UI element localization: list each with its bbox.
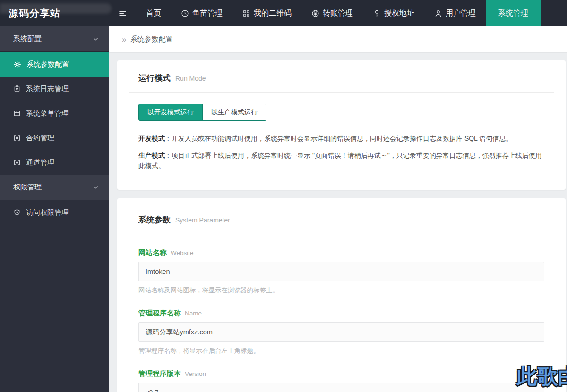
topnav-item-label: 转账管理 bbox=[323, 9, 353, 18]
sidebar-group-system-config[interactable]: 系统配置 bbox=[0, 26, 109, 52]
gear-icon bbox=[13, 60, 21, 68]
top-navigation: 首页 鱼苗管理 我的二维码 转账管理 授权地址 bbox=[136, 0, 567, 26]
field-sublabel: Name bbox=[185, 310, 202, 317]
sidebar-item-access-permission[interactable]: 访问权限管理 bbox=[0, 200, 109, 225]
topnav-item-label: 系统管理 bbox=[498, 9, 528, 18]
chevron-down-icon bbox=[92, 184, 99, 191]
breadcrumb: » 系统参数配置 bbox=[109, 26, 567, 53]
sidebar-item-label: 系统日志管理 bbox=[26, 85, 69, 94]
channel-brackets-icon bbox=[13, 159, 21, 166]
sidebar-item-label: 系统菜单管理 bbox=[26, 109, 69, 118]
topnav-home[interactable]: 首页 bbox=[136, 0, 171, 26]
topnav-item-label: 用户管理 bbox=[446, 9, 476, 18]
field-hint: 管理程序名称，将显示在后台左上角标题。 bbox=[138, 347, 544, 355]
sidebar-item-contract-management[interactable]: 合约管理 bbox=[0, 126, 109, 150]
run-mode-button-group: 以开发模式运行 以生产模式运行 bbox=[138, 104, 266, 121]
qr-code-icon bbox=[242, 9, 250, 17]
menu-toggle-icon bbox=[118, 9, 127, 18]
dev-mode-note: 开发模式：开发人员或在功能调试时使用，系统异常时会显示详细的错误信息，同时还会记… bbox=[138, 133, 544, 144]
topnav-item-label: 首页 bbox=[146, 9, 161, 18]
sidebar-item-label: 访问权限管理 bbox=[26, 208, 69, 217]
note-term: 生产模式 bbox=[138, 152, 165, 159]
card-title: 运行模式 bbox=[138, 73, 171, 84]
window-icon bbox=[13, 110, 21, 117]
app-title: 源码分享站 bbox=[9, 7, 60, 20]
yen-circle-icon bbox=[311, 9, 319, 17]
breadcrumb-label: 系统参数配置 bbox=[130, 35, 172, 44]
note-text: ：开发人员或在功能调试时使用，系统异常时会显示详细的错误信息，同时还会记录操作日… bbox=[165, 135, 512, 142]
sidebar-item-label: 通道管理 bbox=[26, 158, 54, 167]
main-area: » 系统参数配置 运行模式 Run Mode 以开发模式运行 以生产模式运行 开… bbox=[109, 26, 567, 392]
sidebar-item-system-log[interactable]: 系统日志管理 bbox=[0, 77, 109, 101]
website-name-input[interactable] bbox=[138, 262, 544, 281]
prod-mode-note: 生产模式：项目正式部署上线后使用，系统异常时统一显示 "页面错误！请稍后再试～"… bbox=[138, 150, 544, 171]
note-term: 开发模式 bbox=[138, 135, 165, 142]
topnav-item-label: 授权地址 bbox=[384, 9, 414, 18]
field-sublabel: Version bbox=[185, 370, 206, 377]
prod-mode-button[interactable]: 以生产模式运行 bbox=[202, 104, 266, 120]
website-name-field: 网站名称 Website 网站名称及网站图标，将显示在浏览器的标签上。 bbox=[138, 248, 544, 295]
topnav-fry-management[interactable]: 鱼苗管理 bbox=[171, 0, 232, 26]
sidebar-item-label: 系统参数配置 bbox=[26, 60, 69, 69]
topnav-item-label: 我的二维码 bbox=[254, 9, 292, 18]
admin-name-input[interactable] bbox=[138, 322, 544, 342]
app-logo: 源码分享站 bbox=[0, 0, 109, 26]
sidebar-item-label: 合约管理 bbox=[26, 134, 54, 143]
topnav-system-management[interactable]: 系统管理 bbox=[486, 0, 541, 26]
sidebar-item-system-menu[interactable]: 系统菜单管理 bbox=[0, 101, 109, 126]
sidebar-group-permission[interactable]: 权限管理 bbox=[0, 175, 109, 200]
divider bbox=[129, 92, 554, 93]
clipboard-icon bbox=[13, 85, 21, 93]
double-chevron-icon: » bbox=[122, 35, 126, 44]
sidebar-group-label: 系统配置 bbox=[13, 34, 42, 43]
note-text: ：项目正式部署上线后使用，系统异常时统一显示 "页面错误！请稍后再试～"，只记录… bbox=[138, 152, 542, 170]
card-title: 系统参数 bbox=[138, 214, 171, 225]
content-scroll-area: 运行模式 Run Mode 以开发模式运行 以生产模式运行 开发模式：开发人员或… bbox=[109, 53, 567, 392]
divider bbox=[129, 234, 554, 234]
admin-version-input[interactable] bbox=[138, 383, 544, 392]
admin-name-field: 管理程序名称 Name 管理程序名称，将显示在后台左上角标题。 bbox=[138, 309, 544, 355]
topnav-user-management[interactable]: 用户管理 bbox=[424, 0, 486, 26]
topnav-item-label: 鱼苗管理 bbox=[192, 9, 223, 18]
clock-icon bbox=[181, 9, 189, 17]
card-subtitle: System Parameter bbox=[175, 216, 230, 224]
sidebar-group-label: 权限管理 bbox=[13, 183, 42, 192]
field-label: 网站名称 bbox=[138, 248, 167, 257]
dev-mode-button[interactable]: 以开发模式运行 bbox=[139, 104, 202, 120]
sidebar-item-system-param-config[interactable]: 系统参数配置 bbox=[0, 52, 109, 77]
sidebar-item-channel-management[interactable]: 通道管理 bbox=[0, 150, 109, 175]
sidebar-toggle-button[interactable] bbox=[109, 0, 136, 26]
run-mode-card: 运行模式 Run Mode 以开发模式运行 以生产模式运行 开发模式：开发人员或… bbox=[117, 60, 566, 190]
admin-version-field: 管理程序版本 Version 管理程序版本，将显示在后台左上角标题。 bbox=[138, 369, 544, 392]
field-sublabel: Website bbox=[171, 249, 194, 256]
field-label: 管理程序版本 bbox=[138, 369, 181, 378]
sidebar: 系统配置 系统参数配置 系统日志管理 系统菜单管理 合约管理 通道管理 权限 bbox=[0, 26, 109, 392]
system-param-card: 系统参数 System Parameter 网站名称 Website 网站名称及… bbox=[117, 198, 566, 392]
chevron-down-icon bbox=[92, 35, 99, 43]
topnav-auth-address[interactable]: 授权地址 bbox=[363, 0, 424, 26]
field-label: 管理程序名称 bbox=[138, 309, 181, 318]
user-icon bbox=[434, 9, 442, 17]
card-subtitle: Run Mode bbox=[175, 75, 206, 82]
contract-brackets-icon bbox=[13, 134, 21, 142]
topbar: 源码分享站 首页 鱼苗管理 我的二维码 转账管理 bbox=[0, 0, 567, 26]
topnav-transfer-management[interactable]: 转账管理 bbox=[301, 0, 363, 26]
shield-check-icon bbox=[13, 209, 21, 216]
field-hint: 网站名称及网站图标，将显示在浏览器的标签上。 bbox=[138, 286, 544, 295]
topnav-my-qrcode[interactable]: 我的二维码 bbox=[232, 0, 301, 26]
key-icon bbox=[373, 9, 381, 17]
